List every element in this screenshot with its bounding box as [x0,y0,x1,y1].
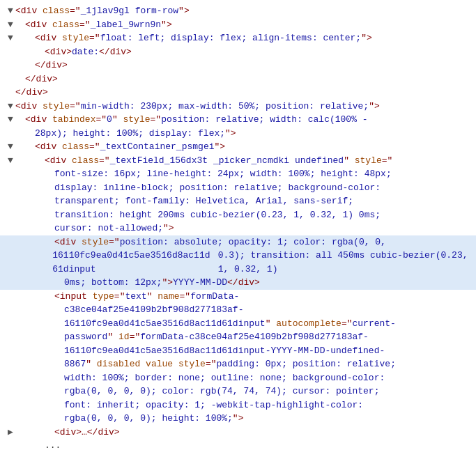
code-token [173,357,178,371]
code-token: < [15,4,21,18]
code-token: _1jlav9gl form-row [81,4,178,18]
code-line: cursor: not-allowed;"> [0,222,476,235]
code-line: ▼<div class="_label_9wrn9n"> [0,18,476,32]
code-token: =" [89,140,100,154]
code-token: "> [163,222,174,235]
code-token: password [64,330,107,344]
code-token: style [62,31,89,45]
code-token: " [112,113,118,127]
tree-arrow[interactable]: ▼ [6,31,15,45]
code-token: 0ms; bottom: 12px; [64,276,162,290]
code-token: input [60,290,87,304]
code-token: ... [45,439,61,450]
code-token: font-size: 16px; line-height: 24px; widt… [54,167,392,181]
code-line: 8867" disabled value style="padding: 0px… [0,357,476,371]
code-line: <div>date:</div> [0,45,476,59]
code-token: " [86,357,91,371]
tree-arrow[interactable]: ▼ [6,4,15,18]
code-token: =" [180,290,191,304]
code-token: < [15,100,21,114]
code-token: font: inherit; opacity: 1; -webkit-tap-h… [64,398,363,412]
code-token [270,317,276,331]
code-token: current- [353,317,396,331]
code-token: autocomplete [276,317,341,331]
code-token: =" [341,317,353,331]
code-line: display: inline-block; position: relativ… [0,181,476,195]
code-token: =" [151,113,162,127]
code-line: ▼<div class="_textField_156dx3t _picker_… [0,154,476,168]
code-token: < [25,113,31,127]
code-token: div [238,276,254,290]
code-token: < [45,45,50,59]
code-line: </div> [0,86,476,100]
code-token [66,154,72,168]
code-token: > [114,426,120,440]
code-token: div [36,72,52,86]
code-token: div [110,45,126,59]
code-token: padding: 0px; position: relative; [217,357,396,371]
code-token: 16110fc9ea0d41c5ae3516d8ac11d61dinput [64,317,266,331]
code-token: position: relative; width: calc(100% - [161,113,367,127]
code-token: div [60,426,76,440]
code-token: > [126,45,132,59]
code-token: rgba(0, 0, 0, 0); height: 100%; [64,412,233,426]
code-token: </ [99,45,110,59]
code-token: > [43,86,48,100]
tree-arrow[interactable]: ▼ [6,18,15,32]
code-token: style [123,113,151,127]
code-token: tabindex [52,113,95,127]
code-token: < [35,140,40,154]
code-token: =" [70,100,81,114]
code-token: _label_9wrn9n [91,18,161,32]
code-line: </div> [0,59,476,72]
code-token [153,290,158,304]
code-token: div [46,59,62,72]
code-token: > [52,72,58,86]
code-token: =" [95,113,107,127]
code-line: 16110fc9ea0d41c5ae3516d8ac11d61dinput 0.… [0,249,476,276]
code-line: rgba(0, 0, 0, 0); height: 100%;"> [0,412,476,426]
code-token: =" [79,18,91,32]
code-token: " [107,330,113,344]
code-token: "> [369,100,380,114]
code-token: =" [206,357,217,371]
code-token: div [26,86,43,100]
code-token [140,357,146,371]
code-line: ▼<div style="min-width: 230px; max-width… [0,100,476,114]
code-token: >…</ [76,426,98,440]
code-token [349,154,355,168]
code-token: =" [382,154,393,168]
code-token: "> [161,18,172,32]
code-token: display: inline-block; position: relativ… [54,181,381,195]
tree-arrow[interactable]: ▼ [6,100,15,114]
code-line: 16110fc9ea0d41c5ae3516d8ac11d61dinput" a… [0,317,476,331]
code-token [56,140,62,154]
code-line: transition: height 200ms cubic-bezier(0.… [0,208,476,222]
code-token: float: left; display: flex; align-items:… [100,31,361,45]
code-token: < [35,31,40,45]
code-token: class [52,18,79,32]
code-token: YYYY-MM-DD [173,276,227,290]
tree-arrow[interactable]: ▶ [6,426,15,440]
code-token: div [60,235,76,249]
tree-arrow[interactable]: ▼ [6,140,15,154]
code-token: =" [109,235,120,249]
code-token: style [82,235,109,249]
code-token: =" [114,290,125,304]
code-token: div [31,18,47,32]
code-token: rgba(0, 0, 0, 0); color: rgb(74, 74, 74)… [64,385,379,398]
code-line: 28px); height: 100%; display: flex;"> [0,127,476,141]
tree-arrow[interactable]: ▼ [6,113,15,127]
code-token: =" [130,330,141,344]
code-token: style [355,154,382,168]
code-token: 0.3); transition: all 450ms cubic-bezier… [218,249,470,276]
code-token: =" [99,154,110,168]
code-token [91,357,97,371]
code-token [87,290,93,304]
code-token: text [125,290,146,304]
code-token: "> [225,127,236,141]
code-token: id [118,330,130,344]
code-line: <input type="text" name="formData- [0,290,476,304]
code-token: 16110fc9ea0d41c5ae3516d8ac11d61dinput [52,249,213,276]
tree-arrow[interactable]: ▼ [6,154,15,168]
